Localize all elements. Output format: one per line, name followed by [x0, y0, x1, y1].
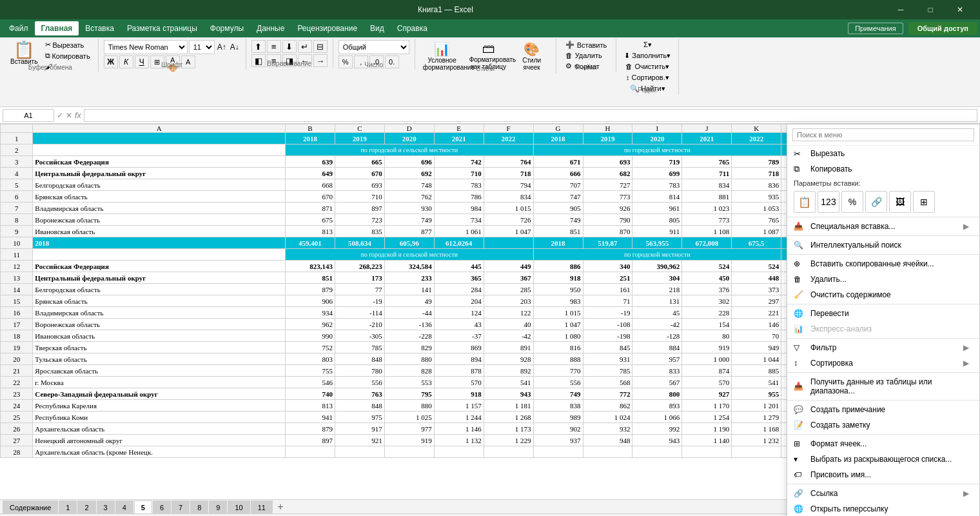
formula-cancel-icon[interactable]: ✕ [66, 111, 72, 120]
cell-r9-c4[interactable]: 1 061 [434, 226, 484, 237]
cell-r20-c7[interactable]: 931 [583, 353, 632, 365]
cell-r6-c9[interactable]: 881 [682, 191, 732, 203]
cell-r14-c1[interactable]: 879 [285, 284, 335, 295]
cell-r10-c0[interactable]: 2018 [33, 237, 286, 249]
cell-r25-c7[interactable]: 1 024 [583, 412, 632, 423]
cell-r19-c8[interactable]: 884 [632, 342, 682, 353]
cell-r20-c2[interactable]: 848 [335, 353, 384, 365]
cell-r15-c4[interactable]: 204 [434, 295, 484, 307]
cell-r7-c3[interactable]: 930 [384, 203, 434, 214]
cell-r8-c6[interactable]: 749 [533, 214, 583, 226]
cell-r8-c3[interactable]: 749 [384, 214, 434, 226]
cell-r7-c6[interactable]: 905 [533, 203, 583, 214]
cell-r9-c9[interactable]: 1 108 [682, 226, 732, 237]
cell-r26-c9[interactable]: 1 190 [682, 423, 732, 435]
cell-r14-c9[interactable]: 376 [682, 284, 732, 295]
number-format-select[interactable]: Общий [338, 40, 409, 54]
cell-r15-c2[interactable]: -19 [335, 295, 384, 307]
cell-r23-c6[interactable]: 749 [533, 388, 583, 400]
maximize-btn[interactable]: □ [916, 0, 945, 19]
tab-content[interactable]: Содержание [3, 501, 58, 513]
cell-r21-c9[interactable]: 874 [682, 365, 732, 377]
cell-r3-c8[interactable]: 719 [632, 156, 682, 168]
cell-r15-c6[interactable]: 983 [533, 295, 583, 307]
cell-r2-c1[interactable]: по городской и сельской местности [285, 144, 533, 156]
cell-r19-c3[interactable]: 829 [384, 342, 434, 353]
cell-r24-c5[interactable]: 1 181 [484, 400, 533, 412]
cell-r15-c0[interactable]: Брянская область [33, 295, 286, 307]
cell-r4-c1[interactable]: 649 [285, 168, 335, 179]
cell-r6-c1[interactable]: 670 [285, 191, 335, 203]
cell-r26-c2[interactable]: 917 [335, 423, 384, 435]
paste-icon-3[interactable]: % [841, 191, 863, 213]
cell-r6-c0[interactable]: Брянская область [33, 191, 286, 203]
cell-r16-c0[interactable]: Владимирская область [33, 307, 286, 319]
cell-r23-c4[interactable]: 918 [434, 388, 484, 400]
cell-r1-c0[interactable] [33, 133, 286, 144]
cell-r4-c8[interactable]: 699 [632, 168, 682, 179]
cell-r22-c5[interactable]: 541 [484, 377, 533, 388]
cell-r23-c7[interactable]: 772 [583, 388, 632, 400]
menu-item-insert[interactable]: Вставка [79, 21, 121, 35]
cell-r19-c6[interactable]: 816 [533, 342, 583, 353]
cell-r18-c8[interactable]: -128 [632, 330, 682, 342]
ctx-link-item[interactable]: 🔗 Ссылка ▶ [787, 486, 979, 501]
cell-r13-c2[interactable]: 173 [335, 272, 384, 284]
cell-r23-c9[interactable]: 927 [682, 388, 732, 400]
cell-r15-c9[interactable]: 302 [682, 295, 732, 307]
cell-r3-c0[interactable]: Российская Федерация [33, 156, 286, 168]
cell-r25-c3[interactable]: 1 025 [384, 412, 434, 423]
cell-r15-c10[interactable]: 297 [732, 295, 781, 307]
tab-2[interactable]: 2 [77, 501, 95, 513]
cell-r13-c6[interactable]: 918 [533, 272, 583, 284]
cell-r19-c0[interactable]: Тверская область [33, 342, 286, 353]
tab-9[interactable]: 9 [209, 501, 227, 513]
cell-r20-c10[interactable]: 1 044 [732, 353, 781, 365]
cell-r24-c3[interactable]: 880 [384, 400, 434, 412]
tab-add-btn[interactable]: + [273, 501, 288, 513]
cell-r26-c5[interactable]: 1 173 [484, 423, 533, 435]
cell-r8-c4[interactable]: 734 [434, 214, 484, 226]
sort-filter-btn[interactable]: ↕ Сортиров.▾ [622, 73, 673, 83]
cell-r3-c7[interactable]: 693 [583, 156, 632, 168]
cell-r22-c3[interactable]: 553 [384, 377, 434, 388]
cell-r12-c7[interactable]: 340 [583, 261, 632, 272]
col-header-E[interactable]: E [434, 124, 484, 133]
font-size-decrease-btn[interactable]: A↓ [229, 41, 240, 53]
cell-r6-c3[interactable]: 762 [384, 191, 434, 203]
cell-r14-c7[interactable]: 161 [583, 284, 632, 295]
cell-r6-c5[interactable]: 834 [484, 191, 533, 203]
cell-r18-c1[interactable]: 990 [285, 330, 335, 342]
cell-r28-c5[interactable] [484, 446, 533, 458]
cell-r28-c4[interactable] [434, 446, 484, 458]
cell-r16-c8[interactable]: 45 [632, 307, 682, 319]
share-button[interactable]: Общий доступ [908, 22, 977, 35]
cell-r7-c8[interactable]: 961 [632, 203, 682, 214]
paste-icon-4[interactable]: 🔗 [865, 191, 887, 213]
cell-r28-c6[interactable] [533, 446, 583, 458]
ctx-search-input[interactable] [792, 128, 974, 141]
cell-r10-c6[interactable]: 2018 [533, 237, 583, 249]
align-middle-btn[interactable]: ≡ [267, 40, 281, 53]
cell-r11-c6[interactable]: по городской местности [533, 249, 781, 261]
cell-r28-c8[interactable] [632, 446, 682, 458]
align-bottom-btn[interactable]: ⬇ [282, 40, 297, 53]
cell-r12-c10[interactable]: 524 [732, 261, 781, 272]
cell-r6-c2[interactable]: 710 [335, 191, 384, 203]
cell-r5-c1[interactable]: 668 [285, 179, 335, 191]
cell-r5-c8[interactable]: 783 [632, 179, 682, 191]
cell-r21-c5[interactable]: 892 [484, 365, 533, 377]
cell-r16-c4[interactable]: 124 [434, 307, 484, 319]
ctx-translate-item[interactable]: 🌐 Перевести [787, 306, 979, 321]
cell-r10-c9[interactable]: 672,008 [682, 237, 732, 249]
cell-r7-c0[interactable]: Владимирская область [33, 203, 286, 214]
cell-r9-c8[interactable]: 911 [632, 226, 682, 237]
ctx-delete-item[interactable]: 🗑 Удалить... [787, 272, 979, 287]
ctx-clear-item[interactable]: 🧹 Очистить содержимое [787, 287, 979, 303]
cell-r5-c6[interactable]: 707 [533, 179, 583, 191]
cell-r19-c5[interactable]: 891 [484, 342, 533, 353]
cell-r15-c7[interactable]: 71 [583, 295, 632, 307]
cell-r14-c5[interactable]: 285 [484, 284, 533, 295]
font-name-select[interactable]: Times New Roman [104, 40, 188, 54]
cell-r23-c2[interactable]: 763 [335, 388, 384, 400]
